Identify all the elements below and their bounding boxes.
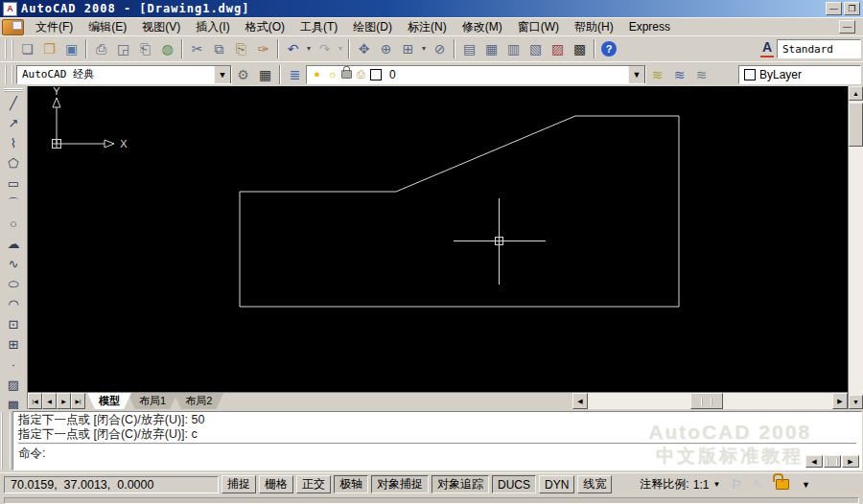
lock-icon[interactable] (776, 479, 789, 490)
quickcalc-button[interactable]: ▩ (569, 38, 591, 59)
ellipse-tool[interactable]: ⬭ (2, 274, 25, 294)
scroll-down-icon[interactable]: ▼ (849, 395, 863, 409)
zoom-previous-button[interactable]: ⊘ (429, 38, 451, 59)
toolbar-grip[interactable] (5, 39, 13, 58)
layer-lock-icon[interactable] (341, 70, 352, 79)
lineweight-toggle[interactable]: 线宽 (577, 475, 612, 493)
ellipse-arc-tool[interactable]: ◠ (2, 294, 25, 314)
web-publish-button[interactable]: ◍ (156, 38, 178, 59)
layer-freeze-icon[interactable]: ☼ (326, 69, 338, 80)
my-workspace-button[interactable]: ▦ (254, 64, 276, 85)
ducs-toggle[interactable]: DUCS (492, 475, 536, 493)
command-window-grip[interactable] (1, 412, 12, 470)
command-input[interactable]: 命令: (18, 447, 856, 461)
spline-tool[interactable]: ∿ (2, 254, 25, 274)
scrollbar-thumb[interactable] (824, 455, 841, 468)
publish-button[interactable]: ⎗ (134, 38, 156, 59)
plot-button[interactable]: ⎙ (90, 38, 112, 59)
grid-toggle[interactable]: 栅格 (259, 475, 293, 493)
menu-format[interactable]: 格式(O) (238, 18, 292, 36)
menu-browser-icon[interactable] (2, 19, 24, 35)
toolbar-separator[interactable] (277, 39, 279, 58)
new-button[interactable]: ❏ (16, 38, 38, 59)
scroll-right-icon[interactable]: ▶ (842, 455, 859, 468)
annotation-style-icon[interactable]: A (760, 40, 774, 57)
scroll-left-icon[interactable]: ◀ (572, 393, 588, 409)
menu-window[interactable]: 窗口(W) (510, 18, 567, 36)
match-properties-button[interactable]: ✑ (252, 38, 274, 59)
annotation-autoscale-icon[interactable]: ✎ (753, 477, 763, 492)
tab-next-button[interactable]: ▶ (57, 393, 71, 409)
tab-layout1[interactable]: 布局1 (128, 393, 177, 409)
toolbar-separator[interactable] (348, 39, 350, 58)
scrollbar-thumb[interactable] (690, 393, 723, 409)
zoom-window-button[interactable]: ⊞ (397, 38, 419, 59)
polyline-tool[interactable]: ⌇ (2, 133, 25, 153)
text-style-combobox[interactable]: Standard (777, 39, 861, 58)
chevron-down-icon[interactable]: ▼ (214, 65, 231, 84)
point-tool[interactable]: ∙ (2, 355, 25, 375)
markup-set-manager-button[interactable]: ▨ (547, 38, 569, 59)
menu-help[interactable]: 帮助(H) (567, 18, 621, 36)
drawing-canvas[interactable]: Y X (28, 86, 848, 392)
annotation-scale-control[interactable]: 注释比例: 1:1 ▼ (640, 476, 720, 493)
menu-view[interactable]: 视图(V) (134, 18, 188, 36)
arc-tool[interactable]: ⌒ (2, 194, 25, 214)
chevron-down-icon[interactable]: ▼ (628, 65, 645, 84)
copy-button[interactable]: ⧉ (208, 38, 230, 59)
toolbar-grip[interactable] (5, 65, 13, 84)
layer-states-button[interactable]: ≋ (690, 64, 712, 85)
tab-prev-button[interactable]: ◀ (42, 393, 57, 409)
zoom-realtime-button[interactable]: ⊕ (375, 38, 397, 59)
save-button[interactable]: ▣ (60, 38, 82, 59)
menu-insert[interactable]: 插入(I) (188, 18, 237, 36)
otrack-toggle[interactable]: 对象追踪 (432, 475, 489, 493)
pan-button[interactable]: ✥ (353, 38, 375, 59)
tab-last-button[interactable]: ▶| (71, 393, 85, 409)
scroll-left-icon[interactable]: ◀ (805, 455, 823, 468)
layer-properties-manager-button[interactable]: ≣ (284, 64, 306, 85)
layer-previous-button[interactable]: ≋ (668, 64, 690, 85)
line-tool[interactable]: ╱ (2, 93, 25, 113)
color-combobox[interactable]: ByLayer (738, 65, 861, 84)
menu-tools[interactable]: 工具(T) (292, 18, 345, 36)
circle-tool[interactable]: ○ (2, 214, 25, 234)
redo-button[interactable]: ↷ (314, 38, 336, 59)
make-block-tool[interactable]: ⊞ (2, 334, 25, 355)
gradient-tool[interactable]: ▩ (2, 395, 25, 409)
osnap-toggle[interactable]: 对象捕捉 (371, 475, 429, 493)
properties-button[interactable]: ▤ (458, 38, 480, 59)
horizontal-scrollbar[interactable]: ◀ ▶ (572, 393, 848, 409)
paste-button[interactable]: ⎘ (230, 38, 252, 59)
toolbar-grip[interactable] (4, 88, 23, 92)
document-minimize-button[interactable]: — (839, 20, 855, 34)
coordinate-readout[interactable]: 70.0159, 37.0013, 0.0000 (4, 476, 219, 493)
menu-file[interactable]: 文件(F) (28, 18, 81, 36)
undo-dropdown-arrow[interactable]: ▾ (304, 38, 314, 59)
status-menu-arrow-icon[interactable]: ▼ (802, 480, 810, 490)
annotation-visibility-icon[interactable]: ⚐ (731, 477, 742, 492)
plot-preview-button[interactable]: ◲ (112, 38, 134, 59)
zoom-dropdown-arrow[interactable]: ▾ (419, 38, 429, 59)
command-scrollbar[interactable]: ◀ ▶ (805, 455, 859, 468)
construction-line-tool[interactable]: ↗ (2, 113, 25, 133)
vertical-scrollbar[interactable]: ▲ ▼ (848, 86, 863, 409)
rectangle-tool[interactable]: ▭ (2, 173, 25, 194)
chevron-down-icon[interactable]: ▼ (712, 480, 720, 489)
maximize-button[interactable]: ❐ (844, 2, 860, 15)
toolbar-separator[interactable] (181, 39, 183, 58)
tool-palettes-button[interactable]: ▥ (502, 38, 525, 59)
sheet-set-manager-button[interactable]: ▧ (525, 38, 547, 59)
menu-edit[interactable]: 编辑(E) (81, 18, 134, 36)
cut-button[interactable]: ✂ (186, 38, 208, 59)
revision-cloud-tool[interactable]: ☁ (2, 234, 25, 254)
insert-block-tool[interactable]: ⊡ (2, 314, 25, 334)
snap-toggle[interactable]: 捕捉 (222, 475, 256, 493)
toolbar-separator[interactable] (594, 39, 595, 58)
tab-model[interactable]: 模型 (87, 393, 131, 409)
workspace-combobox[interactable]: AutoCAD 经典 ▼ (16, 65, 232, 84)
workspace-settings-button[interactable]: ⚙ (232, 64, 254, 85)
menu-draw[interactable]: 绘图(D) (345, 18, 400, 36)
menu-dimension[interactable]: 标注(N) (400, 18, 455, 36)
scroll-right-icon[interactable]: ▶ (832, 393, 848, 409)
